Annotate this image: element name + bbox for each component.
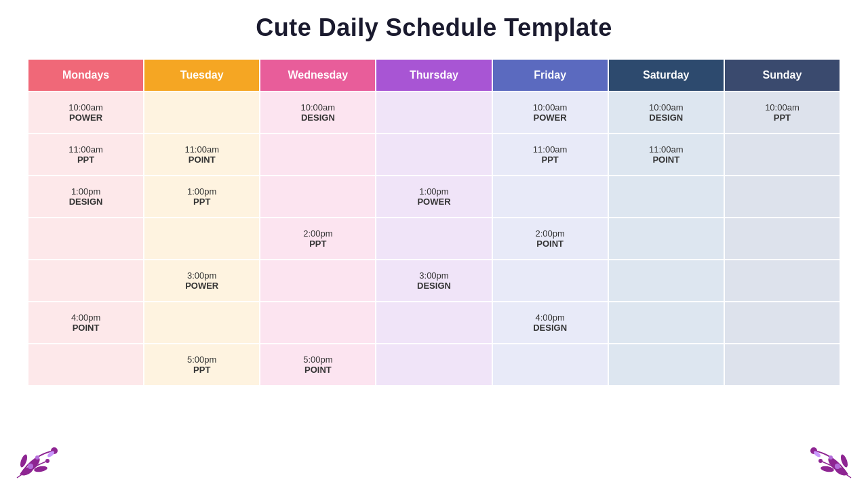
cell-label: POINT xyxy=(266,365,370,375)
cell-monday-0: 10:00amPOWER xyxy=(28,92,144,134)
cell-friday-2 xyxy=(492,176,608,218)
svg-point-5 xyxy=(45,459,50,463)
floral-decoration-right xyxy=(800,441,854,481)
cell-time: 10:00am xyxy=(498,102,602,113)
cell-monday-6 xyxy=(28,344,144,386)
cell-time: 2:00pm xyxy=(498,228,602,239)
cell-label: DESIGN xyxy=(614,113,718,123)
svg-point-14 xyxy=(818,459,823,463)
cell-friday-5: 4:00pmDESIGN xyxy=(492,302,608,344)
table-body: 10:00amPOWER10:00amDESIGN10:00amPOWER10:… xyxy=(28,92,840,386)
cell-label: PPT xyxy=(150,365,254,375)
cell-time: 4:00pm xyxy=(498,312,602,323)
cell-time: 1:00pm xyxy=(34,186,138,197)
cell-sunday-0: 10:00amPPT xyxy=(724,92,840,134)
cell-label: POWER xyxy=(34,113,138,123)
table-row: 11:00amPPT11:00amPOINT11:00amPPT11:00amP… xyxy=(28,134,840,176)
cell-tuesday-3 xyxy=(144,218,260,260)
cell-time: 10:00am xyxy=(730,102,834,113)
cell-tuesday-5 xyxy=(144,302,260,344)
cell-thursday-4: 3:00pmDESIGN xyxy=(376,260,492,302)
cell-thursday-1 xyxy=(376,134,492,176)
cell-sunday-1 xyxy=(724,134,840,176)
cell-saturday-4 xyxy=(608,260,724,302)
cell-label: POWER xyxy=(498,113,602,123)
cell-label: POINT xyxy=(498,239,602,249)
cell-time: 3:00pm xyxy=(382,270,486,281)
cell-time: 10:00am xyxy=(614,102,718,113)
cell-wednesday-4 xyxy=(260,260,376,302)
cell-tuesday-2: 1:00pmPPT xyxy=(144,176,260,218)
cell-thursday-0 xyxy=(376,92,492,134)
table-row: 10:00amPOWER10:00amDESIGN10:00amPOWER10:… xyxy=(28,92,840,134)
cell-label: DESIGN xyxy=(382,281,486,291)
cell-sunday-6 xyxy=(724,344,840,386)
cell-wednesday-6: 5:00pmPOINT xyxy=(260,344,376,386)
cell-sunday-3 xyxy=(724,218,840,260)
cell-wednesday-3: 2:00pmPPT xyxy=(260,218,376,260)
table-row: 4:00pmPOINT4:00pmDESIGN xyxy=(28,302,840,344)
header-friday: Friday xyxy=(492,59,608,92)
cell-label: POINT xyxy=(34,323,138,333)
cell-time: 2:00pm xyxy=(266,228,370,239)
cell-friday-1: 11:00amPPT xyxy=(492,134,608,176)
cell-saturday-0: 10:00amDESIGN xyxy=(608,92,724,134)
header-wednesday: Wednesday xyxy=(260,59,376,92)
cell-friday-3: 2:00pmPOINT xyxy=(492,218,608,260)
cell-monday-4 xyxy=(28,260,144,302)
header-tuesday: Tuesday xyxy=(144,59,260,92)
cell-time: 11:00am xyxy=(498,144,602,155)
svg-point-7 xyxy=(35,455,39,460)
table-row: 2:00pmPPT2:00pmPOINT xyxy=(28,218,840,260)
cell-label: PPT xyxy=(34,155,138,165)
svg-point-6 xyxy=(28,464,33,469)
cell-label: PPT xyxy=(150,197,254,207)
header-sunday: Sunday xyxy=(724,59,840,92)
header-monday: Mondays xyxy=(28,59,144,92)
cell-monday-5: 4:00pmPOINT xyxy=(28,302,144,344)
cell-label: PPT xyxy=(266,239,370,249)
cell-saturday-3 xyxy=(608,218,724,260)
cell-saturday-6 xyxy=(608,344,724,386)
cell-tuesday-4: 3:00pmPOWER xyxy=(144,260,260,302)
schedule-table: MondaysTuesdayWednesdayThursdayFridaySat… xyxy=(27,58,841,386)
cell-tuesday-1: 11:00amPOINT xyxy=(144,134,260,176)
cell-monday-1: 11:00amPPT xyxy=(28,134,144,176)
cell-time: 3:00pm xyxy=(150,270,254,281)
cell-wednesday-0: 10:00amDESIGN xyxy=(260,92,376,134)
header-saturday: Saturday xyxy=(608,59,724,92)
cell-sunday-4 xyxy=(724,260,840,302)
cell-label: PPT xyxy=(498,155,602,165)
cell-label: POINT xyxy=(150,155,254,165)
cell-time: 5:00pm xyxy=(266,354,370,365)
cell-wednesday-5 xyxy=(260,302,376,344)
cell-time: 11:00am xyxy=(150,144,254,155)
table-row: 3:00pmPOWER3:00pmDESIGN xyxy=(28,260,840,302)
cell-wednesday-1 xyxy=(260,134,376,176)
cell-monday-3 xyxy=(28,218,144,260)
cell-thursday-6 xyxy=(376,344,492,386)
cell-friday-0: 10:00amPOWER xyxy=(492,92,608,134)
cell-time: 4:00pm xyxy=(34,312,138,323)
cell-wednesday-2 xyxy=(260,176,376,218)
floral-decoration-left xyxy=(14,441,68,481)
header-thursday: Thursday xyxy=(376,59,492,92)
svg-point-16 xyxy=(829,455,833,460)
cell-time: 10:00am xyxy=(34,102,138,113)
cell-tuesday-0 xyxy=(144,92,260,134)
svg-point-15 xyxy=(835,464,840,469)
cell-saturday-2 xyxy=(608,176,724,218)
cell-time: 10:00am xyxy=(266,102,370,113)
cell-time: 11:00am xyxy=(614,144,718,155)
cell-label: PPT xyxy=(730,113,834,123)
cell-label: POWER xyxy=(150,281,254,291)
cell-thursday-5 xyxy=(376,302,492,344)
table-row: 5:00pmPPT5:00pmPOINT xyxy=(28,344,840,386)
cell-time: 1:00pm xyxy=(382,186,486,197)
cell-thursday-3 xyxy=(376,218,492,260)
cell-time: 1:00pm xyxy=(150,186,254,197)
page: Cute Daily Schedule Template MondaysTues… xyxy=(0,0,868,488)
page-title: Cute Daily Schedule Template xyxy=(256,14,612,42)
cell-label: POWER xyxy=(382,197,486,207)
cell-time: 5:00pm xyxy=(150,354,254,365)
